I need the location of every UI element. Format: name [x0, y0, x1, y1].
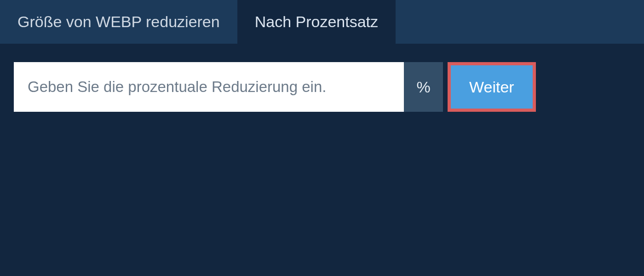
continue-button[interactable]: Weiter	[451, 65, 533, 109]
tab-content-percentage: % Weiter	[0, 44, 644, 130]
percent-unit-label: %	[404, 62, 443, 112]
tab-by-percentage[interactable]: Nach Prozentsatz	[237, 0, 396, 44]
percentage-input-row: % Weiter	[14, 62, 630, 112]
submit-highlight: Weiter	[448, 62, 536, 112]
tab-reduce-webp-size[interactable]: Größe von WEBP reduzieren	[0, 0, 237, 44]
reduce-size-panel: Größe von WEBP reduzieren Nach Prozentsa…	[0, 0, 644, 130]
tab-bar: Größe von WEBP reduzieren Nach Prozentsa…	[0, 0, 644, 44]
percentage-input[interactable]	[14, 62, 404, 112]
